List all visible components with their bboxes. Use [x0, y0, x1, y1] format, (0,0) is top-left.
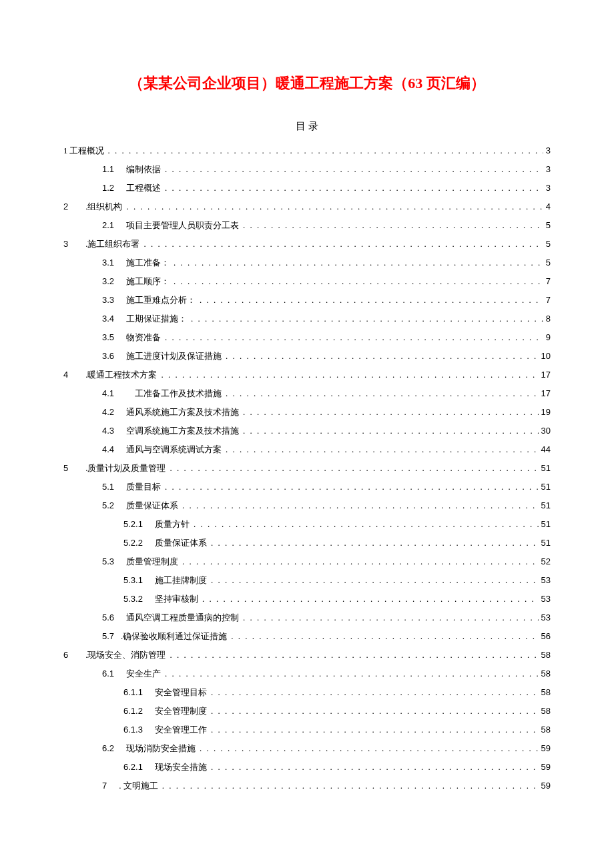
toc-entry: 3.3施工重难点分析：7: [63, 296, 551, 304]
toc-entry-page: 53: [541, 594, 551, 603]
toc-entry: 5.3.2坚持审核制53: [63, 594, 551, 603]
toc-entry-label: 工程概述: [126, 183, 161, 192]
toc-entry-number: 5.2.2: [123, 538, 143, 547]
toc-entry: 4.2通风系统施工方案及技术措施19: [63, 408, 551, 416]
toc-entry-number: 6.1: [102, 669, 114, 678]
toc-entry-page: 5: [546, 240, 551, 248]
toc-entry-page: 17: [541, 370, 551, 379]
toc-entry-number: 5.6: [102, 613, 114, 622]
toc-entry-page: 3: [546, 165, 551, 173]
toc-entry: 6.1安全生产58: [63, 669, 551, 678]
toc-entry-number: 3.4: [102, 314, 114, 323]
toc-entry-number: 5.3.1: [123, 576, 143, 584]
toc-entry-page: 17: [541, 389, 551, 398]
toc-entry-leader: [165, 482, 538, 491]
toc-entry-number: 2: [63, 202, 68, 211]
toc-entry-page: 19: [541, 408, 551, 416]
toc-entry: 5.2.2质量保证体系51: [63, 538, 551, 547]
toc-entry-page: 4: [546, 202, 551, 211]
toc-entry-label: 坚持审核制: [155, 594, 198, 603]
toc-entry-number: 5.2: [102, 501, 114, 510]
toc-entry-label: 施工挂牌制度: [155, 576, 207, 584]
toc-entry-number: 6.1.3: [123, 725, 143, 734]
toc-entry-label: 质量管理制度: [126, 557, 178, 566]
toc-entry: 4.暖通工程技术方案17: [63, 370, 551, 379]
document-title: （某某公司企业项目）暖通工程施工方案（63 页汇编）: [63, 73, 551, 93]
toc-entry-label: 施工准备：: [126, 258, 170, 267]
toc-entry-label: .组织机构: [85, 202, 122, 211]
toc-entry-leader: [182, 501, 538, 510]
toc-entry-leader: [108, 146, 543, 155]
toc-entry-page: 58: [541, 650, 551, 659]
toc-entry-number: 2.1: [102, 221, 114, 230]
toc-entry-page: 5: [546, 221, 551, 230]
toc-entry-number: 1.1: [102, 165, 114, 173]
toc-entry-number: 6.1.2: [123, 707, 143, 715]
toc-entry-leader: [211, 576, 539, 584]
toc-entry-leader: [211, 725, 539, 734]
toc-entry: 4.1 工准备工作及技术措施17: [63, 389, 551, 398]
toc-entry-number: 5.1: [102, 482, 114, 491]
toc-entry-leader: [126, 202, 543, 211]
toc-entry-number: 5.3.2: [123, 594, 143, 603]
toc-entry-page: 51: [541, 501, 551, 510]
toc-entry-label: .现场安全、消防管理: [85, 650, 166, 659]
toc-entry-page: 3: [546, 183, 551, 192]
toc-entry: 3.5物资准备9: [63, 333, 551, 342]
toc-entry: 5.3质量管理制度52: [63, 557, 551, 566]
toc-entry-label: 安全管理制度: [155, 707, 207, 715]
toc-entry-leader: [231, 632, 538, 640]
toc-entry-number: 1.2: [102, 183, 114, 192]
toc-entry-leader: [211, 688, 539, 697]
toc-entry: 6.1.1安全管理目标58: [63, 688, 551, 697]
toc-entry-page: 56: [541, 632, 551, 640]
toc-entry: 6.现场安全、消防管理58: [63, 650, 551, 659]
toc-entry-leader: [194, 520, 539, 528]
toc-entry: 3.2施工顺序：7: [63, 277, 551, 286]
toc-entry-page: 58: [541, 669, 551, 678]
toc-entry-number: 5: [63, 464, 68, 472]
toc-entry-label: 通风与空调系统调试方案: [126, 445, 222, 454]
toc-entry-number: 3.3: [102, 296, 114, 304]
toc-entry-leader: [243, 613, 538, 622]
toc-entry: 6.1.3安全管理工作58: [63, 725, 551, 734]
toc-entry: 3.1施工准备：5: [63, 258, 551, 267]
toc-entry-page: 3: [546, 146, 551, 155]
toc-entry: 2.组织机构4: [63, 202, 551, 211]
toc-entry-number: 3.1: [102, 258, 114, 267]
toc-entry-page: 51: [541, 538, 551, 547]
toc-entry-page: 7: [546, 296, 551, 304]
toc-entry-page: 53: [541, 613, 551, 622]
toc-entry-leader: [200, 296, 543, 304]
toc-entry-page: 7: [546, 277, 551, 286]
toc-entry-label: 通风空调工程质量通病的控制: [126, 613, 239, 622]
toc-entry-leader: [211, 707, 539, 715]
toc-entry: 7. 文明施工59: [63, 781, 551, 790]
toc-entry-number: 6.1.1: [123, 688, 143, 697]
toc-entry-page: 58: [541, 688, 551, 697]
toc-entry-leader: [182, 557, 538, 566]
toc-entry-number: 3: [63, 240, 68, 248]
toc-entry: 3.6施工进度计划及保证措施10: [63, 352, 551, 360]
toc-entry-label: .质量计划及质量管理: [85, 464, 166, 472]
toc-entry-label: 物资准备: [126, 333, 161, 342]
toc-entry-leader: [161, 370, 538, 379]
table-of-contents: 1工程概况31.1编制依据31.2工程概述32.组织机构42.1项目主要管理人员…: [63, 146, 551, 790]
toc-entry-label: 安全生产: [126, 669, 161, 678]
toc-entry-label: 施工进度计划及保证措施: [126, 352, 222, 360]
toc-entry-leader: [165, 333, 543, 342]
toc-entry-label: 施工重难点分析：: [126, 296, 196, 304]
toc-entry-label: 通风系统施工方案及技术措施: [126, 408, 239, 416]
toc-entry-label: 编制依据: [126, 165, 161, 173]
toc-entry-leader: [211, 538, 539, 547]
toc-entry-leader: [170, 650, 538, 659]
toc-entry-leader: [165, 669, 538, 678]
toc-entry: 1.1编制依据3: [63, 165, 551, 173]
toc-entry: 5.1质量目标51: [63, 482, 551, 491]
toc-entry-leader: [162, 781, 539, 790]
toc-entry-page: 52: [541, 557, 551, 566]
toc-entry-leader: [226, 352, 538, 360]
toc-entry-label: 现场安全措施: [155, 763, 207, 771]
toc-entry-number: 4: [63, 370, 68, 379]
toc-entry-leader: [243, 221, 543, 230]
